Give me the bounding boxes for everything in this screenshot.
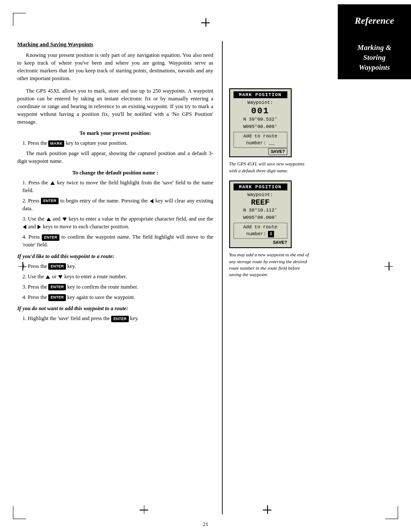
screen2-caption: You may add a new waypoint to the end of… [229,252,311,278]
up-arrow-step2-1 [50,181,55,185]
sidebar-title: Marking & Storing Waypoints [343,43,406,73]
step2-2: 2. Press ENTER to begin entry of the nam… [17,197,213,212]
down-arrow-step3-2 [58,275,62,279]
crosshair-left [18,262,27,271]
gps-screen-2: MARK POSITION Waypoint: REEF N 38°10.112… [229,180,292,248]
screen1-coord2: W095°00.000' [234,123,287,131]
screen2-waypoint-name: REEF [234,198,287,207]
down-arrow-step2-3 [62,218,67,221]
screen1-waypoint-num: 001 [234,106,287,116]
right-arrow-step2-3 [37,225,41,229]
enter-badge-step4-1: ENTER [111,316,129,322]
step1-1: 1. Press the MARK key to capture your po… [17,139,213,147]
subsection1-title: To mark your present position: [17,130,213,137]
screen1-caption: The GPS 45XL will save new waypoints wit… [229,161,311,174]
screen1-route2: number: __ [236,140,285,146]
reference-tab-label: Reference [355,15,394,26]
step3-1: 1. Press the ENTER key. [17,262,213,270]
up-arrow-step2-3 [47,218,51,221]
screen1-line1: Waypoint: [234,100,287,106]
up-arrow-step3-2 [46,275,50,279]
left-arrow-step2-2 [150,199,153,203]
enter-badge-step2-2: ENTER [41,198,59,204]
enter-badge-step3-1: ENTER [48,263,66,270]
enter-badge-step2-4: ENTER [42,234,59,241]
screen1-route1: Add to route [236,133,285,140]
screen1-route-box: Add to route number: __ [234,132,287,148]
intro-text-1: Knowing your present position is only pa… [17,51,213,83]
screen2-route1: Add to route [236,224,285,230]
mark-key-badge: MARK [48,140,64,147]
screen2-coord2: W095°00.000' [234,214,287,221]
enter-badge-step3-3: ENTER [48,284,66,290]
crosshair-right [384,262,393,271]
step3-3: 3. Press the ENTER key to confirm the ro… [17,283,213,291]
crosshair-bottom-right [263,505,271,514]
corner-mark-bl [13,506,26,519]
screen1-save: SAVE? [234,149,287,154]
step2-4: 4. Press ENTER to confirm the waypoint n… [17,233,213,249]
subsection3-title: If you'd like to add this waypoint to a … [17,253,213,260]
screen1-coord1: N 39°09.532' [234,116,287,123]
column-divider [222,41,223,514]
screen2-coord1: N 38°10.112' [234,207,287,214]
left-column: Marking and Saving Waypoints Knowing you… [17,41,220,514]
screen2-line1: Waypoint: [234,192,287,198]
gps-screen-1: MARK POSITION Waypoint: 001 N 39°09.532'… [229,88,292,157]
left-arrow-step2-3 [23,225,26,229]
screen2-route-box: Add to route number: 8 [234,223,287,239]
step1-desc: The mark position page will appear, show… [17,149,213,165]
page-number: 21 [0,521,411,528]
sidebar-panel: Marking & Storing Waypoints [338,37,411,79]
step2-1: 1. Press the key twice to move the field… [17,179,213,194]
intro-text-2: The GPS 45XL allows you to mark, store a… [17,87,213,126]
enter-badge-step3-4: ENTER [48,294,66,301]
screen2-save: SAVE? [234,240,287,245]
right-column: MARK POSITION Waypoint: 001 N 39°09.532'… [225,41,311,514]
step3-2: 2. Use the or keys to enter a route numb… [17,273,213,280]
main-content: Marking and Saving Waypoints Knowing you… [0,37,411,519]
screen2-title: MARK POSITION [234,184,287,190]
corner-mark-br [385,506,398,519]
crosshair-bottom-left [140,505,148,514]
screen1-title: MARK POSITION [234,91,287,98]
step4-1: 1. Highlight the 'save' field and press … [17,314,213,322]
right-content: MARK POSITION Waypoint: 001 N 39°09.532'… [229,41,311,278]
subsection2-title: To change the default position name : [17,170,213,176]
screen2-route2: number: 8 [236,231,285,237]
page: Reference Marking & Storing Waypoints Ma… [0,0,411,532]
subsection4-title: If you do not want to add this waypoint … [17,305,213,312]
section-title: Marking and Saving Waypoints [17,41,213,48]
reference-tab: Reference [338,4,411,37]
screen2-route-num: 8 [268,231,274,237]
step2-3: 3. Use the and keys to enter a value in … [17,215,213,230]
step3-4: 4. Press the ENTER key again to save the… [17,293,213,301]
